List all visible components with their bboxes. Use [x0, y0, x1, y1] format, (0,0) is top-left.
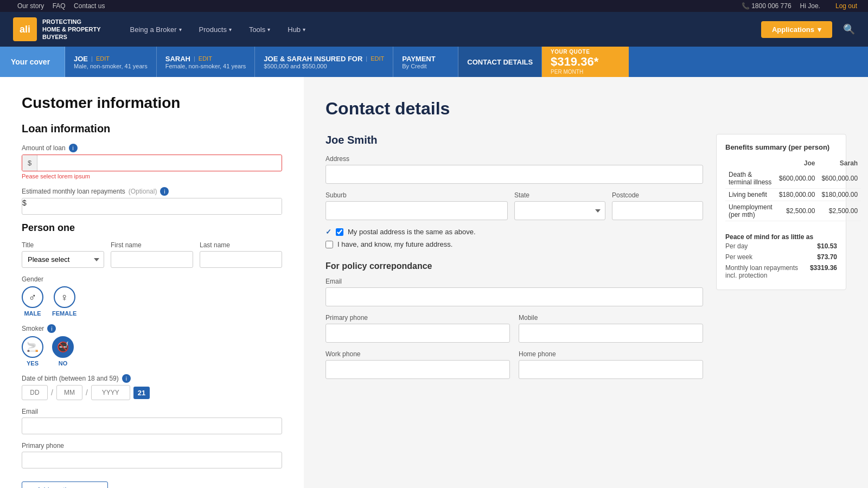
applications-button[interactable]: Applications ▾	[761, 21, 832, 38]
gender-group: Gender ♂ MALE ♀ FEMALE	[22, 275, 282, 317]
benefits-table: Joe Sarah Death & terminal illness $600,…	[725, 158, 861, 221]
peace-section: Peace of mind for as little as Per day $…	[725, 228, 837, 281]
smoker-no[interactable]: 🚭 NO	[52, 336, 74, 367]
primary-phone-input[interactable]	[326, 324, 510, 343]
dob-dd-input[interactable]	[22, 385, 48, 400]
firstname-group: First name	[111, 241, 193, 268]
amount-input-wrapper: $	[22, 155, 282, 171]
smoker-info-icon[interactable]: i	[47, 324, 56, 333]
work-phone-input[interactable]	[326, 360, 510, 379]
joe-smith-name: Joe Smith	[326, 134, 703, 146]
right-panel: Contact details Joe Smith Address Suburb…	[304, 77, 868, 488]
postal-know-row: I have, and know, my future address.	[326, 240, 703, 248]
home-phone-group: Home phone	[519, 350, 703, 379]
lastname-input[interactable]	[200, 251, 282, 268]
postal-same-checkbox[interactable]	[336, 228, 343, 236]
phone-group: Primary phone	[22, 442, 282, 468]
progress-joe[interactable]: JOE | EDIT Male, non-smoker, 41 years	[65, 47, 157, 77]
amount-of-loan-group: Amount of loan i $ Pease select lorem ip…	[22, 144, 282, 179]
loan-section-title: Loan information	[22, 123, 282, 135]
peace-title: Peace of mind for as little as	[725, 228, 837, 241]
progress-payment[interactable]: PAYMENT By Credit	[393, 47, 458, 77]
dob-mm-input[interactable]	[56, 385, 82, 400]
amount-error: Pease select lorem ipsum	[22, 173, 282, 179]
search-button[interactable]: 🔍	[843, 23, 855, 35]
primary-phone-group: Primary phone	[326, 314, 510, 343]
monthly-input[interactable]	[27, 198, 282, 214]
benefits-label-death: Death & terminal illness	[725, 169, 776, 189]
gender-female[interactable]: ♀ FEMALE	[52, 286, 76, 317]
add-person-button[interactable]: + Add another person	[22, 481, 108, 488]
gender-options: ♂ MALE ♀ FEMALE	[22, 286, 282, 317]
nav-tools[interactable]: Tools ▾	[241, 21, 278, 38]
top-utility-bar: Our story FAQ Contact us 1800 006 776 Hi…	[0, 0, 868, 12]
postal-know-checkbox[interactable]	[326, 241, 333, 248]
work-home-row: Work phone Home phone	[326, 350, 703, 379]
logout-link[interactable]: Log out	[835, 2, 857, 10]
person-one-title: Person one	[22, 222, 282, 234]
dollar-prefix: $	[22, 155, 37, 171]
phone-input[interactable]	[22, 452, 282, 468]
suburb-input[interactable]	[326, 201, 508, 220]
left-panel: Customer information Loan information Am…	[0, 77, 304, 488]
amount-input[interactable]	[37, 155, 282, 171]
benefits-panel: Benefits summary (per person) Joe Sarah …	[716, 134, 846, 290]
monthly-info-icon[interactable]: i	[160, 187, 169, 196]
postcode-input[interactable]	[612, 201, 703, 220]
smoker-label: Smoker i	[22, 324, 282, 333]
progress-contact-details[interactable]: CONTACT DETAILS	[458, 47, 542, 77]
top-right-info: 1800 006 776 Hi Joe. Log out	[742, 2, 857, 10]
address-input[interactable]	[326, 165, 703, 184]
email-group: Email	[22, 408, 282, 434]
contact-us-link[interactable]: Contact us	[74, 2, 105, 10]
mobile-input[interactable]	[519, 324, 703, 343]
nav-links: Being a Broker ▾ Products ▾ Tools ▾ Hub …	[123, 21, 855, 38]
benefits-rows: Death & terminal illness $600,000.00 $60…	[725, 169, 861, 221]
nav-hub[interactable]: Hub ▾	[280, 21, 313, 38]
female-icon: ♀	[54, 286, 75, 308]
smoker-yes[interactable]: 🚬 YES	[22, 336, 43, 367]
policy-email-input[interactable]	[326, 287, 703, 306]
title-group: Title Please select	[22, 241, 104, 268]
title-select[interactable]: Please select	[22, 251, 104, 268]
email-input[interactable]	[22, 418, 282, 434]
home-phone-input[interactable]	[519, 360, 703, 379]
nav-products[interactable]: Products ▾	[192, 21, 239, 38]
logo-icon: ali	[20, 24, 30, 35]
amount-info-icon[interactable]: i	[69, 144, 78, 152]
nav-being-a-broker[interactable]: Being a Broker ▾	[123, 21, 189, 38]
progress-bar: Your cover JOE | EDIT Male, non-smoker, …	[0, 47, 868, 77]
dob-group: Date of birth (between 18 and 59) i / / …	[22, 374, 282, 400]
benefits-col-label	[725, 158, 776, 169]
dob-year-input[interactable]	[91, 385, 130, 400]
dob-info-icon[interactable]: i	[122, 374, 131, 383]
state-select[interactable]: NSW VIC QLD WA SA	[514, 201, 605, 220]
progress-sarah[interactable]: SARAH | EDIT Female, non-smoker, 41 year…	[157, 47, 256, 77]
name-row: Title Please select First name Last name	[22, 241, 282, 275]
postal-check-icon: ✓	[326, 228, 331, 236]
chevron-down-icon: ▾	[179, 27, 182, 33]
benefits-sarah-death: $600,000.00	[818, 169, 861, 189]
peace-row-week: Per week $73.70	[725, 252, 837, 262]
benefits-sarah-living: $180,000.00	[818, 189, 861, 201]
benefits-label-living: Living benefit	[725, 189, 776, 201]
no-smoking-icon: 🚭	[52, 336, 74, 358]
progress-insured-for[interactable]: JOE & SARAH INSURED FOR | EDIT $500,000 …	[255, 47, 393, 77]
logo-area: ali PROTECTING HOME & PROPERTY BUYERS	[13, 17, 101, 41]
progress-your-cover[interactable]: Your cover	[0, 47, 65, 77]
monthly-repayment-group: Estimated monthly loan repayments (Optio…	[22, 187, 282, 215]
firstname-input[interactable]	[111, 251, 193, 268]
customer-info-title: Customer information	[22, 94, 282, 112]
our-story-link[interactable]: Our story	[17, 2, 44, 10]
faq-link[interactable]: FAQ	[53, 2, 66, 10]
gender-male[interactable]: ♂ MALE	[22, 286, 43, 317]
smoker-group: Smoker i 🚬 YES 🚭 NO	[22, 324, 282, 367]
benefits-title: Benefits summary (per person)	[725, 143, 837, 151]
benefits-joe-living: $180,000.00	[776, 189, 819, 201]
chevron-down-icon: ▾	[818, 25, 821, 34]
chevron-down-icon: ▾	[303, 27, 305, 33]
progress-quote: YOUR QUOTE $319.36* PER MONTH	[542, 47, 629, 77]
top-nav-links: Our story FAQ Contact us	[11, 2, 105, 10]
page-layout: Customer information Loan information Am…	[0, 77, 868, 488]
suburb-group: Suburb	[326, 191, 508, 220]
